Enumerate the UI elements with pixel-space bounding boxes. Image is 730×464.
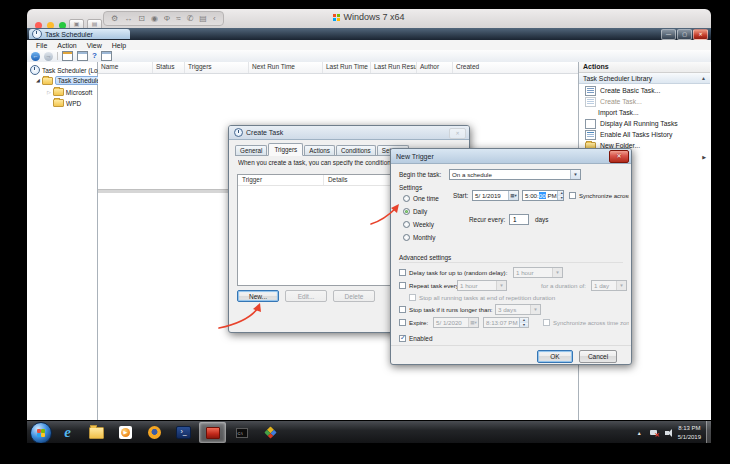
start-date-picker[interactable]: 5/ 1/2019▦▾ xyxy=(472,190,519,201)
actions-section-bar[interactable]: Task Scheduler Library ▲ xyxy=(579,73,710,84)
taskbar-internet-explorer[interactable]: e xyxy=(54,422,81,443)
tab-actions[interactable]: Actions xyxy=(304,145,335,155)
stop-value-select[interactable]: 3 days▼ xyxy=(495,304,541,315)
tree-item-wpd[interactable]: WPD xyxy=(53,99,81,107)
checkbox-icon[interactable] xyxy=(399,319,406,326)
stop-task-checkbox[interactable]: Stop task if it runs longer than: xyxy=(399,306,493,313)
console-tree-toggle-icon[interactable] xyxy=(62,51,73,61)
export-list-icon[interactable] xyxy=(77,51,88,61)
start-time-spinner[interactable]: 5:00:00 PM ▲▼ xyxy=(522,190,564,201)
show-desktop-button[interactable] xyxy=(706,421,711,443)
start-button[interactable] xyxy=(30,422,52,443)
checkbox-icon[interactable] xyxy=(399,306,406,313)
cancel-button[interactable]: Cancel xyxy=(579,350,617,363)
maximize-icon[interactable]: ▢ xyxy=(677,29,692,40)
close-icon[interactable]: ✕ xyxy=(693,29,708,40)
new-trigger-titlebar[interactable]: New Trigger ✕ xyxy=(391,149,631,164)
network-icon[interactable]: ✕ xyxy=(649,429,659,437)
radio-icon[interactable] xyxy=(403,221,410,228)
sync-timezone-checkbox[interactable]: Synchronize across time zones xyxy=(569,192,629,199)
radio-daily[interactable]: Daily xyxy=(403,208,427,215)
column-name[interactable]: Name xyxy=(98,62,153,73)
forward-icon[interactable]: → xyxy=(44,52,53,61)
menu-view[interactable]: View xyxy=(82,42,107,49)
new-trigger-title: New Trigger xyxy=(396,153,434,160)
column-created[interactable]: Created xyxy=(453,62,578,73)
recur-value-input[interactable]: 1 xyxy=(509,214,529,225)
column-trigger[interactable]: Trigger xyxy=(238,175,324,185)
volume-icon[interactable] xyxy=(665,431,669,435)
edit-trigger-button[interactable]: Edit... xyxy=(285,290,327,302)
action-display-running[interactable]: Display All Running Tasks xyxy=(579,118,710,129)
repeat-task-checkbox[interactable]: Repeat task every: xyxy=(399,282,461,289)
checkbox-icon[interactable] xyxy=(569,192,576,199)
action-enable-history[interactable]: Enable All Tasks History xyxy=(579,129,710,140)
create-task-titlebar[interactable]: Create Task ✕ xyxy=(229,126,469,140)
action-create-basic-task[interactable]: Create Basic Task... xyxy=(579,85,710,96)
stop-all-tasks-checkbox[interactable]: Stop all running tasks at end of repetit… xyxy=(409,294,555,301)
radio-monthly[interactable]: Monthly xyxy=(403,234,435,241)
checkbox-icon[interactable] xyxy=(399,269,406,276)
checkbox-icon[interactable] xyxy=(399,282,406,289)
menu-file[interactable]: File xyxy=(31,42,52,49)
column-last-result[interactable]: Last Run Result xyxy=(371,62,417,73)
column-last-run[interactable]: Last Run Time xyxy=(323,62,371,73)
radio-selected-icon[interactable] xyxy=(403,208,410,215)
tab-triggers[interactable]: Triggers xyxy=(268,143,303,156)
radio-weekly[interactable]: Weekly xyxy=(403,221,434,228)
create-task-close-icon[interactable]: ✕ xyxy=(449,128,466,139)
delay-value-select[interactable]: 1 hour▼ xyxy=(513,267,563,278)
radio-one-time[interactable]: One time xyxy=(403,195,439,202)
enabled-checkbox[interactable]: Enabled xyxy=(399,335,432,342)
column-author[interactable]: Author xyxy=(417,62,453,73)
repeat-value-select[interactable]: 1 hour▼ xyxy=(457,280,507,291)
expire-time-spinner[interactable]: 8:13:07 PM ▲▼ xyxy=(483,317,529,328)
taskbar-media-player[interactable]: ▶ xyxy=(112,422,139,443)
spinner-icon[interactable]: ▲▼ xyxy=(557,191,564,200)
tray-clock[interactable]: 8:13 PM 5/1/2019 xyxy=(678,424,701,442)
expire-sync-checkbox[interactable]: Synchronize across time zones xyxy=(543,319,629,326)
taskbar-firefox[interactable] xyxy=(141,422,168,443)
back-icon[interactable]: ← xyxy=(31,52,40,61)
action-create-task[interactable]: Create Task... xyxy=(579,96,710,107)
radio-icon[interactable] xyxy=(403,195,410,202)
calendar-dropdown-icon[interactable]: ▦▾ xyxy=(508,191,518,200)
menu-help[interactable]: Help xyxy=(107,42,131,49)
checkbox-checked-icon[interactable] xyxy=(399,335,406,342)
column-status[interactable]: Status xyxy=(153,62,185,73)
tree-item-local[interactable]: Task Scheduler (Local) xyxy=(30,65,108,75)
checkbox-icon[interactable] xyxy=(543,319,550,326)
taskbar-active-app[interactable] xyxy=(199,422,226,443)
task-scheduler-titlebar[interactable]: Task Scheduler — ▢ ✕ xyxy=(27,28,711,40)
column-triggers[interactable]: Triggers xyxy=(185,62,249,73)
radio-icon[interactable] xyxy=(403,234,410,241)
new-trigger-button[interactable]: New... xyxy=(237,290,279,302)
show-hidden-icons[interactable]: ▲ xyxy=(637,430,642,436)
column-next-run[interactable]: Next Run Time xyxy=(249,62,323,73)
delay-task-checkbox[interactable]: Delay task for up to (random delay): xyxy=(399,269,507,276)
menu-action[interactable]: Action xyxy=(52,42,81,49)
expire-checkbox[interactable]: Expire: xyxy=(399,319,428,326)
tab-conditions[interactable]: Conditions xyxy=(336,145,376,155)
duration-value-select[interactable]: 1 day▼ xyxy=(591,280,627,291)
begin-task-select[interactable]: On a schedule▼ xyxy=(449,169,581,180)
action-pane-toggle-icon[interactable] xyxy=(101,51,112,61)
tree-item-microsoft[interactable]: ▷ Microsoft xyxy=(47,88,92,96)
checkbox-icon[interactable] xyxy=(409,294,416,301)
taskbar-windows-explorer[interactable] xyxy=(83,422,110,443)
new-trigger-close-icon[interactable]: ✕ xyxy=(609,150,629,163)
ok-button[interactable]: OK xyxy=(537,350,573,363)
collapsed-arrow-icon[interactable]: ▷ xyxy=(47,90,51,95)
taskbar-media-suite[interactable] xyxy=(257,422,284,443)
taskbar-powershell[interactable]: ›_ xyxy=(170,422,197,443)
vm-titlebar[interactable]: ▣▤ ⚙ ↔ ⊡ ◉ Φ ≈ ✆ ▤ ‹ Windows 7 x64 xyxy=(27,9,711,29)
help-icon[interactable]: ? xyxy=(92,52,97,60)
collapse-chevron-icon[interactable]: ▲ xyxy=(701,75,706,81)
minimize-icon[interactable]: — xyxy=(661,29,676,40)
taskbar-command-prompt[interactable]: C:\ xyxy=(228,422,255,443)
delete-trigger-button[interactable]: Delete xyxy=(333,290,375,302)
tab-general[interactable]: General xyxy=(235,145,267,155)
action-import-task[interactable]: Import Task... xyxy=(579,107,710,118)
expire-date-picker[interactable]: 5/ 1/2020▦▾ xyxy=(433,317,479,328)
expanded-arrow-icon[interactable]: ◢ xyxy=(36,78,40,83)
